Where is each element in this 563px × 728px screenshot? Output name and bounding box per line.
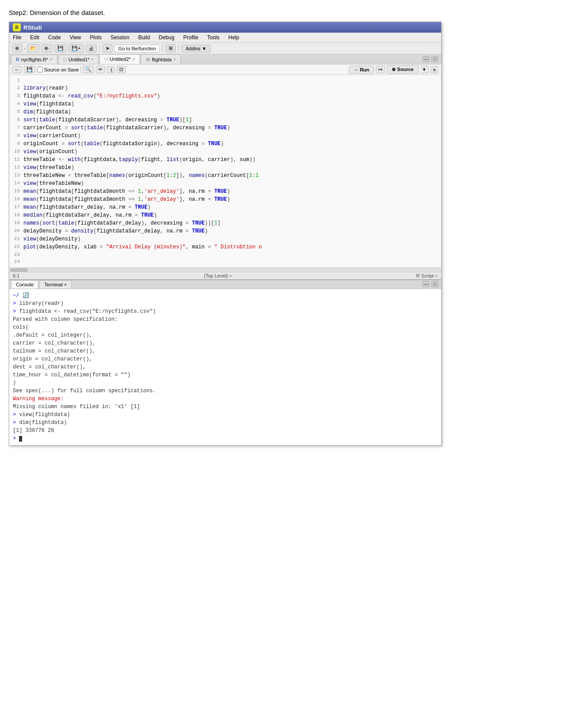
rstudio-icon: R xyxy=(13,23,21,31)
code-line-8: 8 view(carrierCount) xyxy=(9,132,441,140)
source-on-save-checkbox[interactable] xyxy=(37,67,43,72)
editor-status-bar: 6:1 (Top Level) ÷ R Script ÷ xyxy=(9,272,441,279)
tab-untitled1-label: Untitled1* xyxy=(68,57,90,62)
console-tab-bar: Console Terminal × — □ xyxy=(9,280,441,289)
run-btn[interactable]: → Run xyxy=(349,66,374,74)
console-line-origin: origin = col_character(), xyxy=(13,355,438,363)
tab-console[interactable]: Console xyxy=(11,280,38,289)
editor-scrollbar[interactable] xyxy=(9,267,441,272)
print-btn[interactable]: 🖨 xyxy=(86,45,97,53)
code-line-15: 15 mean(flightdata[flightdata$month == 1… xyxy=(9,188,441,195)
ed-btn-4[interactable]: ⊡ xyxy=(117,66,126,73)
save-btn[interactable]: 💾 xyxy=(54,44,67,53)
menu-session[interactable]: Session xyxy=(109,34,131,41)
code-line-19: 19 names(sort(table(flightdata$arr_delay… xyxy=(9,219,441,227)
code-line-16: 16 mean(flightdata[flightdata$month == 1… xyxy=(9,195,441,203)
tab-r-icon: R xyxy=(16,57,19,62)
code-line-24: 24 xyxy=(9,258,441,266)
code-line-6: 6 sort(table(flightdata$carrier), decrea… xyxy=(9,116,441,124)
menu-code[interactable]: Code xyxy=(46,34,63,41)
addins-btn[interactable]: Addins ▼ xyxy=(181,45,211,53)
menu-edit[interactable]: Edit xyxy=(28,34,41,41)
console-line-timehour: time_hour = col_datetime(format = "") xyxy=(13,371,438,379)
goto-field[interactable]: Go to file/function xyxy=(114,45,160,53)
console-line-parsed: Parsed with column specification: xyxy=(13,315,438,323)
rerun-btn[interactable]: ↦ xyxy=(376,66,385,73)
tab-untitled2-close[interactable]: × xyxy=(132,57,135,62)
code-line-23: 23 xyxy=(9,251,441,259)
align-btn[interactable]: ≡ xyxy=(431,66,438,73)
back-btn[interactable]: ← xyxy=(12,66,22,73)
code-line-9: 9 originCount = sort(table(flightdata$or… xyxy=(9,140,441,148)
tab-controls: — □ xyxy=(422,55,439,63)
source-btn[interactable]: ⊕ Source xyxy=(387,65,418,74)
new-file-btn[interactable]: ⊕ xyxy=(12,44,22,53)
tab-nycflights-label: nycflights.R* xyxy=(21,57,48,62)
tab-u2-icon: U xyxy=(104,56,108,62)
editor-tab-bar: R nycflights.R* × U Untitled1* × U Untit… xyxy=(9,54,441,64)
console-line-prompt: > xyxy=(13,435,438,443)
tab-flightdata-label: flightdata xyxy=(152,57,172,62)
toolbar-sep-2 xyxy=(99,45,100,53)
source-dropdown-btn[interactable]: ▼ xyxy=(420,66,429,73)
source-on-save-label: Source on Save xyxy=(44,67,79,72)
rstudio-window: R RStudi File Edit Code View Plots Sessi… xyxy=(9,22,442,446)
navigate-btn[interactable]: ➤ xyxy=(102,44,113,53)
menu-tools[interactable]: Tools xyxy=(205,34,221,41)
console-content[interactable]: ~/ 🔄 > library(readr) > flightdata <- re… xyxy=(9,289,441,445)
main-toolbar: ⊕ · 📂 ⊕· 💾 💾+ 🖨 ➤ Go to file/function ⊞ … xyxy=(9,43,441,54)
ed-btn-3[interactable]: ·| xyxy=(107,66,115,73)
code-line-7: 7 carrierCount = sort(table(flightdata$c… xyxy=(9,124,441,132)
addins-label: Addins xyxy=(185,46,200,51)
console-line-view: > view(flightdata) xyxy=(13,411,438,419)
console-minimize-btn[interactable]: — xyxy=(423,281,430,287)
console-line-tailnum: tailnum = col_character(), xyxy=(13,347,438,355)
code-line-17: 17 mean(flightdata$arr_delay, na.rm = TR… xyxy=(9,203,441,211)
open-btn[interactable]: 📂 xyxy=(27,44,39,53)
tab-untitled1[interactable]: U Untitled1* × xyxy=(58,55,99,64)
menu-help[interactable]: Help xyxy=(227,34,241,41)
app-title: RStudi xyxy=(23,24,42,31)
menu-build[interactable]: Build xyxy=(136,34,152,41)
tab-flightdata-close[interactable]: × xyxy=(174,57,176,62)
menu-profile[interactable]: Profile xyxy=(181,34,200,41)
console-line-dim: > dim(flightdata) xyxy=(13,419,438,427)
code-editor[interactable]: 1 2 library(readr) 3 flightdata <- read_… xyxy=(9,75,441,267)
code-line-11: 11 threeTable <- with(flightdata,tapply(… xyxy=(9,156,441,164)
grid-btn[interactable]: ⊞ xyxy=(166,44,176,53)
console-line-dimresult: [1] 336776 20 xyxy=(13,427,438,435)
menu-file[interactable]: File xyxy=(11,34,23,41)
menu-plots[interactable]: Plots xyxy=(88,34,104,41)
tab-nycflights[interactable]: R nycflights.R* × xyxy=(11,55,57,64)
save-all-btn[interactable]: 💾+ xyxy=(68,44,83,53)
tab-maximize-btn[interactable]: □ xyxy=(431,56,438,62)
menu-debug[interactable]: Debug xyxy=(157,34,176,41)
toolbar-sep-4 xyxy=(178,45,179,53)
search-btn[interactable]: 🔍 xyxy=(83,66,94,73)
tab-flightdata[interactable]: ▦ flightdata × xyxy=(141,54,181,64)
cursor-position: 6:1 xyxy=(13,273,19,278)
tab-u1-icon: U xyxy=(63,57,67,62)
title-bar-left: R RStudi xyxy=(13,23,42,31)
addins-arrow: ▼ xyxy=(202,46,207,51)
file-type: R Script ÷ xyxy=(416,273,438,278)
code-line-12: 12 view(threeTable) xyxy=(9,164,441,172)
tab-untitled2[interactable]: U Untitled2* × xyxy=(99,54,140,64)
console-cursor xyxy=(19,436,22,442)
console-line-cols: cols( xyxy=(13,323,438,331)
tab-fd-icon: ▦ xyxy=(146,56,150,62)
edit-btn[interactable]: ✏ xyxy=(96,66,105,73)
page-intro: Step2: Dimension of the dataset. xyxy=(9,9,554,16)
menu-view[interactable]: View xyxy=(68,34,83,41)
save-ed-btn[interactable]: 💾 xyxy=(24,66,35,73)
code-line-20: 20 delayDensity = density(flightdata$arr… xyxy=(9,227,441,235)
tab-minimize-btn[interactable]: — xyxy=(423,56,430,62)
tab-untitled1-close[interactable]: × xyxy=(91,57,94,62)
code-line-14: 14 view(threeTableNew) xyxy=(9,180,441,188)
tab-nycflights-close[interactable]: × xyxy=(50,57,53,62)
console-maximize-btn[interactable]: □ xyxy=(431,281,438,287)
code-line-4: 4 view(flightdata) xyxy=(9,100,441,108)
tab-terminal[interactable]: Terminal × xyxy=(39,280,72,289)
scrollbar-thumb[interactable] xyxy=(10,268,28,272)
toolbar-btn-2[interactable]: ⊕· xyxy=(41,44,53,53)
